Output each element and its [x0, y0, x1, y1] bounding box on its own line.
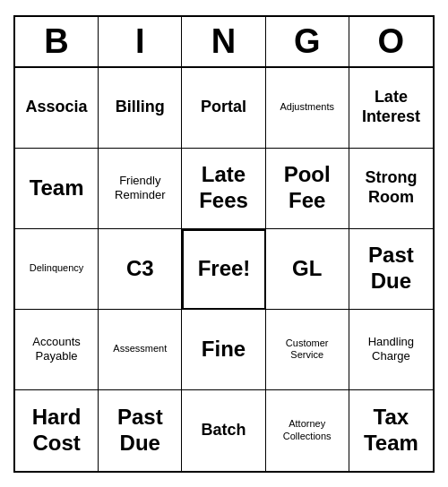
bingo-cell: GL [266, 229, 349, 310]
bingo-cell: Past Due [349, 229, 433, 310]
header-letter: N [182, 17, 265, 66]
cell-text: Late Interest [353, 88, 429, 126]
cell-text: Billing [116, 98, 165, 117]
cell-text: Free! [198, 256, 251, 282]
bingo-cell: Attorney Collections [266, 390, 349, 471]
cell-text: Pool Fee [270, 162, 345, 214]
cell-text: Fine [202, 337, 246, 363]
cell-text: GL [292, 256, 322, 282]
bingo-header: BINGO [15, 17, 433, 68]
bingo-card: BINGO AssociaBillingPortalAdjustmentsLat… [13, 15, 435, 473]
cell-text: Friendly Reminder [102, 174, 177, 201]
cell-text: Past Due [353, 243, 429, 295]
bingo-grid: AssociaBillingPortalAdjustmentsLate Inte… [15, 68, 433, 471]
bingo-cell: Portal [182, 68, 265, 149]
cell-text: Assessment [113, 343, 167, 355]
bingo-cell: Delinquency [15, 229, 99, 310]
cell-text: Delinquency [30, 262, 84, 274]
cell-text: Accounts Payable [19, 335, 94, 363]
header-letter: B [15, 17, 99, 66]
cell-text: Late Fees [185, 162, 261, 214]
bingo-cell: Late Fees [182, 149, 265, 229]
cell-text: Adjustments [280, 101, 334, 113]
header-letter: G [266, 17, 349, 66]
bingo-cell: Hard Cost [15, 390, 99, 471]
cell-text: Team [30, 175, 84, 201]
bingo-cell: Friendly Reminder [99, 149, 182, 229]
bingo-cell: Fine [182, 310, 265, 390]
cell-text: Portal [201, 98, 246, 117]
bingo-cell: Team [15, 149, 99, 229]
bingo-cell: Assessment [99, 310, 182, 390]
bingo-cell: Handling Charge [349, 310, 433, 390]
cell-text: Customer Service [270, 337, 345, 361]
cell-text: C3 [126, 256, 154, 282]
cell-text: Batch [201, 421, 246, 440]
cell-text: Past Due [102, 405, 177, 457]
bingo-cell: Adjustments [266, 68, 349, 149]
bingo-cell: Associa [15, 68, 99, 149]
bingo-cell: Accounts Payable [15, 310, 99, 390]
bingo-cell: Free! [182, 229, 265, 310]
cell-text: Tax Team [353, 405, 429, 457]
bingo-cell: Customer Service [266, 310, 349, 390]
bingo-cell: Tax Team [349, 390, 433, 471]
bingo-cell: Strong Room [349, 149, 433, 229]
cell-text: Handling Charge [353, 335, 429, 363]
bingo-cell: C3 [99, 229, 182, 310]
cell-text: Associa [26, 98, 88, 117]
header-letter: O [349, 17, 433, 66]
bingo-cell: Billing [99, 68, 182, 149]
cell-text: Hard Cost [19, 405, 94, 457]
bingo-cell: Batch [182, 390, 265, 471]
header-letter: I [99, 17, 182, 66]
cell-text: Attorney Collections [270, 418, 345, 441]
bingo-cell: Late Interest [349, 68, 433, 149]
bingo-cell: Past Due [99, 390, 182, 471]
bingo-cell: Pool Fee [266, 149, 349, 229]
cell-text: Strong Room [353, 168, 429, 207]
